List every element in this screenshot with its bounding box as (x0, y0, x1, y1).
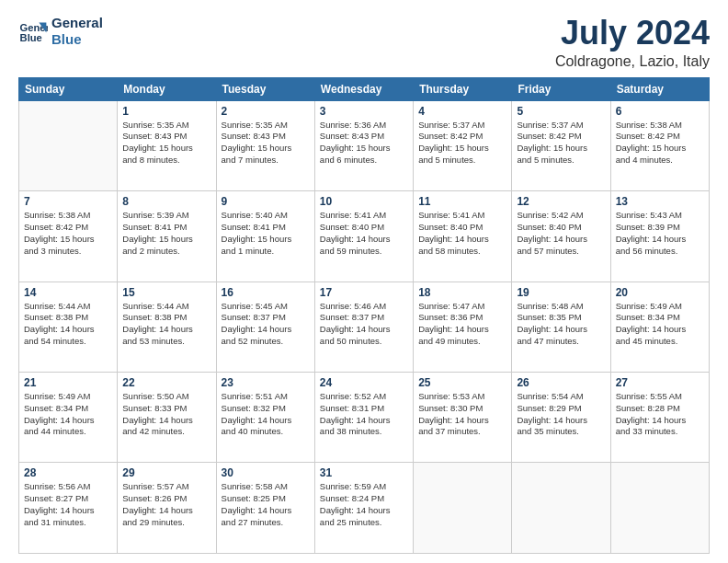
table-row: 2Sunrise: 5:35 AM Sunset: 8:43 PM Daylig… (216, 100, 314, 190)
day-info: Sunrise: 5:51 AM Sunset: 8:32 PM Dayligh… (222, 391, 310, 438)
day-info: Sunrise: 5:35 AM Sunset: 8:43 PM Dayligh… (122, 120, 210, 167)
day-number: 1 (122, 105, 210, 118)
logo-general: General (51, 15, 103, 31)
day-number: 26 (517, 376, 605, 389)
day-info: Sunrise: 5:45 AM Sunset: 8:37 PM Dayligh… (222, 301, 310, 348)
day-info: Sunrise: 5:56 AM Sunset: 8:27 PM Dayligh… (24, 481, 112, 528)
day-info: Sunrise: 5:41 AM Sunset: 8:40 PM Dayligh… (320, 210, 408, 257)
calendar-body: 1Sunrise: 5:35 AM Sunset: 8:43 PM Daylig… (19, 100, 710, 553)
day-info: Sunrise: 5:47 AM Sunset: 8:36 PM Dayligh… (418, 301, 506, 348)
table-row: 6Sunrise: 5:38 AM Sunset: 8:42 PM Daylig… (610, 100, 709, 190)
day-info: Sunrise: 5:48 AM Sunset: 8:35 PM Dayligh… (517, 301, 605, 348)
day-info: Sunrise: 5:37 AM Sunset: 8:42 PM Dayligh… (418, 120, 506, 167)
table-row: 29Sunrise: 5:57 AM Sunset: 8:26 PM Dayli… (118, 463, 216, 554)
table-row: 30Sunrise: 5:58 AM Sunset: 8:25 PM Dayli… (216, 463, 314, 554)
day-number: 28 (24, 466, 112, 479)
day-number: 24 (320, 376, 408, 389)
day-number: 18 (418, 286, 506, 299)
day-number: 27 (616, 376, 704, 389)
table-row: 18Sunrise: 5:47 AM Sunset: 8:36 PM Dayli… (414, 282, 512, 372)
title-block: July 2024 Coldragone, Lazio, Italy (555, 15, 710, 70)
calendar-header: Sunday Monday Tuesday Wednesday Thursday… (19, 77, 710, 100)
table-row: 19Sunrise: 5:48 AM Sunset: 8:35 PM Dayli… (512, 282, 610, 372)
col-thursday: Thursday (414, 77, 512, 100)
table-row: 3Sunrise: 5:36 AM Sunset: 8:43 PM Daylig… (314, 100, 413, 190)
day-info: Sunrise: 5:39 AM Sunset: 8:41 PM Dayligh… (122, 210, 210, 257)
table-row: 8Sunrise: 5:39 AM Sunset: 8:41 PM Daylig… (118, 191, 216, 282)
table-row (414, 463, 512, 554)
header: General Blue General Blue July 2024 Cold… (18, 15, 710, 70)
main-title: July 2024 (555, 15, 710, 52)
day-number: 12 (517, 195, 605, 208)
day-number: 23 (222, 376, 310, 389)
col-monday: Monday (118, 77, 216, 100)
day-number: 9 (222, 195, 310, 208)
day-info: Sunrise: 5:38 AM Sunset: 8:42 PM Dayligh… (616, 120, 704, 167)
table-row: 25Sunrise: 5:53 AM Sunset: 8:30 PM Dayli… (414, 373, 512, 463)
table-row: 28Sunrise: 5:56 AM Sunset: 8:27 PM Dayli… (19, 463, 118, 554)
col-sunday: Sunday (19, 77, 118, 100)
table-row (610, 463, 709, 554)
day-number: 22 (122, 376, 210, 389)
day-number: 25 (418, 376, 506, 389)
day-info: Sunrise: 5:36 AM Sunset: 8:43 PM Dayligh… (320, 120, 408, 167)
svg-text:Blue: Blue (20, 32, 42, 43)
day-info: Sunrise: 5:49 AM Sunset: 8:34 PM Dayligh… (24, 391, 112, 438)
day-number: 11 (418, 195, 506, 208)
table-row: 17Sunrise: 5:46 AM Sunset: 8:37 PM Dayli… (314, 282, 413, 372)
table-row: 27Sunrise: 5:55 AM Sunset: 8:28 PM Dayli… (610, 373, 709, 463)
day-info: Sunrise: 5:42 AM Sunset: 8:40 PM Dayligh… (517, 210, 605, 257)
table-row: 7Sunrise: 5:38 AM Sunset: 8:42 PM Daylig… (19, 191, 118, 282)
day-info: Sunrise: 5:50 AM Sunset: 8:33 PM Dayligh… (122, 391, 210, 438)
col-saturday: Saturday (610, 77, 709, 100)
table-row: 31Sunrise: 5:59 AM Sunset: 8:24 PM Dayli… (314, 463, 413, 554)
table-row: 9Sunrise: 5:40 AM Sunset: 8:41 PM Daylig… (216, 191, 314, 282)
day-number: 8 (122, 195, 210, 208)
day-number: 19 (517, 286, 605, 299)
col-tuesday: Tuesday (216, 77, 314, 100)
day-info: Sunrise: 5:49 AM Sunset: 8:34 PM Dayligh… (616, 301, 704, 348)
table-row: 20Sunrise: 5:49 AM Sunset: 8:34 PM Dayli… (610, 282, 709, 372)
day-info: Sunrise: 5:35 AM Sunset: 8:43 PM Dayligh… (222, 120, 310, 167)
day-number: 13 (616, 195, 704, 208)
day-info: Sunrise: 5:58 AM Sunset: 8:25 PM Dayligh… (222, 481, 310, 528)
table-row: 13Sunrise: 5:43 AM Sunset: 8:39 PM Dayli… (610, 191, 709, 282)
day-number: 14 (24, 286, 112, 299)
day-number: 31 (320, 466, 408, 479)
table-row: 5Sunrise: 5:37 AM Sunset: 8:42 PM Daylig… (512, 100, 610, 190)
day-number: 4 (418, 105, 506, 118)
table-row (512, 463, 610, 554)
day-number: 17 (320, 286, 408, 299)
col-friday: Friday (512, 77, 610, 100)
day-number: 3 (320, 105, 408, 118)
col-wednesday: Wednesday (314, 77, 413, 100)
table-row: 4Sunrise: 5:37 AM Sunset: 8:42 PM Daylig… (414, 100, 512, 190)
day-info: Sunrise: 5:55 AM Sunset: 8:28 PM Dayligh… (616, 391, 704, 438)
day-number: 20 (616, 286, 704, 299)
table-row: 10Sunrise: 5:41 AM Sunset: 8:40 PM Dayli… (314, 191, 413, 282)
day-info: Sunrise: 5:41 AM Sunset: 8:40 PM Dayligh… (418, 210, 506, 257)
subtitle: Coldragone, Lazio, Italy (555, 53, 710, 70)
table-row: 14Sunrise: 5:44 AM Sunset: 8:38 PM Dayli… (19, 282, 118, 372)
day-info: Sunrise: 5:43 AM Sunset: 8:39 PM Dayligh… (616, 210, 704, 257)
table-row: 16Sunrise: 5:45 AM Sunset: 8:37 PM Dayli… (216, 282, 314, 372)
day-number: 2 (222, 105, 310, 118)
table-row: 11Sunrise: 5:41 AM Sunset: 8:40 PM Dayli… (414, 191, 512, 282)
day-number: 29 (122, 466, 210, 479)
day-info: Sunrise: 5:53 AM Sunset: 8:30 PM Dayligh… (418, 391, 506, 438)
table-row: 23Sunrise: 5:51 AM Sunset: 8:32 PM Dayli… (216, 373, 314, 463)
day-info: Sunrise: 5:54 AM Sunset: 8:29 PM Dayligh… (517, 391, 605, 438)
table-row (19, 100, 118, 190)
day-info: Sunrise: 5:44 AM Sunset: 8:38 PM Dayligh… (24, 301, 112, 348)
table-row: 24Sunrise: 5:52 AM Sunset: 8:31 PM Dayli… (314, 373, 413, 463)
day-number: 7 (24, 195, 112, 208)
table-row: 15Sunrise: 5:44 AM Sunset: 8:38 PM Dayli… (118, 282, 216, 372)
logo-icon: General Blue (18, 17, 48, 46)
day-info: Sunrise: 5:57 AM Sunset: 8:26 PM Dayligh… (122, 481, 210, 528)
logo-blue: Blue (51, 31, 103, 48)
day-info: Sunrise: 5:37 AM Sunset: 8:42 PM Dayligh… (517, 120, 605, 167)
day-number: 10 (320, 195, 408, 208)
day-info: Sunrise: 5:52 AM Sunset: 8:31 PM Dayligh… (320, 391, 408, 438)
day-info: Sunrise: 5:44 AM Sunset: 8:38 PM Dayligh… (122, 301, 210, 348)
day-number: 21 (24, 376, 112, 389)
